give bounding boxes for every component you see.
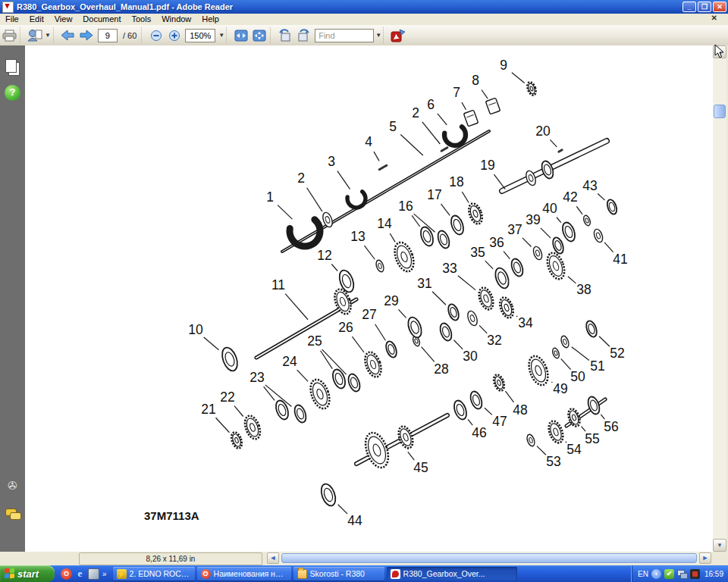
part-number-label: 17 — [427, 187, 441, 202]
task-opera[interactable]: O Наименования на ча... — [197, 567, 291, 580]
leader-line — [550, 139, 557, 147]
toolbar-separator — [53, 27, 58, 43]
leader-line — [400, 135, 423, 155]
toolbar-separator — [20, 27, 24, 43]
leader-line — [364, 246, 375, 259]
scroll-right-button[interactable]: ► — [699, 552, 711, 564]
menu-window[interactable]: Window — [156, 14, 196, 25]
horizontal-scroll-thumb[interactable] — [281, 553, 697, 563]
leader-line — [338, 505, 347, 514]
network-tray-icon[interactable] — [677, 569, 687, 579]
leader-line — [441, 204, 450, 215]
email-dropdown-arrow[interactable]: ▼ — [45, 32, 51, 39]
folder-icon — [297, 569, 307, 579]
leader-line — [234, 406, 243, 417]
toolbar: ▼ 9 / 60 150% — [0, 25, 728, 46]
restore-button[interactable]: ❐ — [698, 2, 711, 12]
find-input[interactable]: Find — [315, 29, 374, 42]
part-number-label: 14 — [377, 216, 392, 231]
leader-line — [278, 205, 292, 219]
convert-to-pdf-button[interactable] — [390, 27, 406, 44]
zoom-dropdown-arrow[interactable]: ▼ — [218, 32, 224, 39]
page-number-input[interactable]: 9 — [98, 29, 118, 42]
toolbar-separator — [226, 27, 231, 43]
menu-view[interactable]: View — [49, 14, 78, 25]
menu-file[interactable]: File — [0, 14, 24, 25]
previous-page-button[interactable] — [60, 27, 77, 44]
pages-panel-icon[interactable] — [5, 59, 20, 75]
zoom-level-input[interactable]: 150% — [185, 29, 215, 42]
zoom-out-button[interactable] — [148, 27, 165, 44]
menu-tools[interactable]: Tools — [127, 14, 157, 25]
leader-line — [479, 325, 487, 333]
part-number-label: 53 — [546, 454, 560, 469]
scroll-down-button[interactable]: ▼ — [713, 539, 726, 552]
menu-document[interactable]: Document — [77, 14, 126, 25]
next-page-icon — [79, 30, 93, 41]
scroll-left-button[interactable]: ◄ — [267, 552, 279, 564]
document-page[interactable]: 1234526789101112131416171819202122232425… — [25, 45, 713, 552]
fit-width-button[interactable] — [233, 27, 249, 44]
part-number-label: 10 — [188, 322, 203, 337]
leader-line — [462, 192, 469, 203]
leader-line — [337, 171, 350, 189]
fit-page-icon — [253, 30, 266, 42]
title-bar[interactable]: R380_Gearbox_Overhaul_Manual1.pdf - Adob… — [0, 0, 728, 14]
leader-line — [422, 347, 435, 362]
show-desktop-icon[interactable] — [88, 568, 99, 580]
email-button[interactable]: ▼ — [27, 27, 51, 44]
leader-line — [516, 316, 517, 317]
horizontal-scrollbar[interactable] — [280, 552, 698, 564]
vertical-scroll-thumb[interactable] — [714, 105, 726, 118]
leader-line — [297, 370, 308, 381]
print-button[interactable] — [1, 27, 17, 44]
mouse-cursor — [714, 44, 726, 59]
close-button[interactable]: ✕ — [713, 2, 726, 12]
part-number-label: 47 — [492, 414, 507, 429]
close-document-icon[interactable]: ✕ — [711, 14, 717, 22]
toolbar-separator — [141, 27, 146, 43]
part-number-label: 38 — [576, 282, 591, 297]
fit-page-button[interactable] — [251, 27, 268, 44]
app-tray-icon[interactable] — [690, 569, 700, 579]
language-indicator[interactable]: EN — [638, 570, 648, 578]
leader-line — [352, 336, 364, 352]
leader-line — [598, 194, 604, 201]
antivirus-tray-icon[interactable]: ✔ — [664, 569, 674, 579]
find-dropdown-arrow[interactable]: ▼ — [375, 32, 381, 39]
gearbox-exploded-diagram: 1234526789101112131416171819202122232425… — [25, 45, 713, 552]
start-button[interactable]: start — [0, 565, 55, 582]
leader-line — [398, 309, 406, 318]
comments-icon[interactable] — [5, 506, 20, 522]
task-folder[interactable]: Skorosti - R380 — [293, 567, 384, 580]
leader-line — [412, 215, 420, 227]
help-icon[interactable]: ? — [5, 85, 20, 101]
quick-launch-ie-icon[interactable]: e — [74, 568, 86, 580]
hide-tray-icons-chevron[interactable]: ‹ — [651, 569, 661, 579]
vertical-scrollbar[interactable]: ▲ ▼ — [713, 45, 726, 552]
rotate-right-button[interactable] — [295, 27, 312, 44]
next-page-button[interactable] — [78, 27, 95, 44]
part-number-label: 54 — [566, 442, 582, 457]
pdf-icon — [391, 569, 400, 579]
attachments-icon[interactable]: ✇ — [5, 479, 20, 495]
quick-launch-opera-icon[interactable]: O — [61, 568, 72, 580]
rotate-left-button[interactable] — [277, 27, 293, 44]
part-number-label: 33 — [442, 261, 457, 276]
leader-line — [375, 324, 386, 340]
task-winamp[interactable]: ⚡ 2. EDNO ROCK RADI... — [113, 567, 195, 580]
diagram-part — [440, 146, 449, 153]
zoom-in-button[interactable] — [166, 27, 183, 44]
part-number-label: 41 — [613, 252, 627, 267]
minimize-button[interactable]: _ — [682, 2, 696, 12]
menu-help[interactable]: Help — [196, 14, 224, 25]
menu-edit[interactable]: Edit — [24, 14, 49, 25]
quick-launch-overflow-chevron[interactable]: » — [102, 570, 107, 578]
task-adobe-reader[interactable]: R380_Gearbox_Over... — [387, 567, 517, 580]
part-number-label: 29 — [384, 293, 398, 308]
part-number-label: 13 — [350, 229, 365, 244]
fit-width-icon — [234, 30, 248, 42]
task-label: Skorosti - R380 — [310, 569, 365, 578]
toolbar-separator — [383, 27, 388, 43]
printer-icon — [2, 30, 17, 42]
